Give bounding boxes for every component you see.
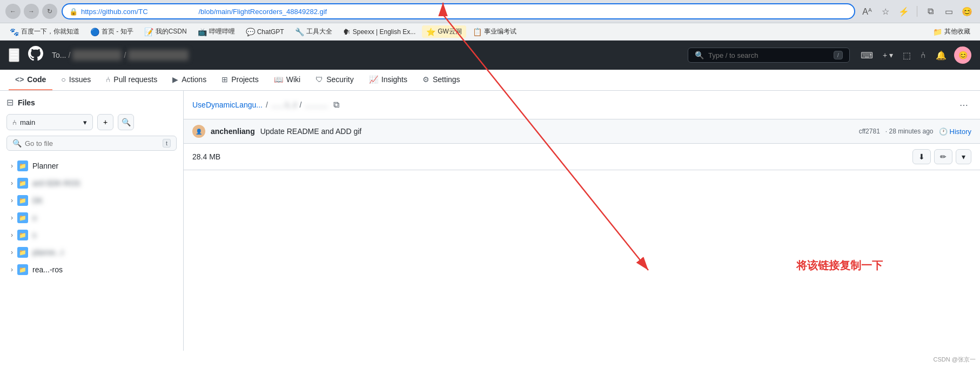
projects-icon: ⊞	[221, 75, 228, 84]
security-icon: 🛡	[316, 75, 323, 84]
hamburger-button[interactable]: ☰	[9, 48, 19, 62]
gwcloud-bookmark[interactable]: ⭐ GW云洞	[422, 25, 466, 38]
chatgpt-label: ChatGPT	[257, 28, 284, 36]
issues-icon: ○	[61, 75, 65, 84]
forward-button[interactable]: →	[24, 4, 39, 19]
zhihu-label: 首页 - 知乎	[102, 27, 133, 36]
profile-button[interactable]: 😊	[959, 4, 975, 19]
nav-security-label: Security	[326, 75, 354, 84]
code-icon: <>	[15, 75, 24, 84]
zhihu-bookmark[interactable]: 🔵 首页 - 知乎	[86, 25, 138, 38]
annotation-text: 将该链接复制一下	[796, 258, 883, 273]
file-name-blurred: s	[32, 231, 172, 239]
chatgpt-bookmark[interactable]: 💬 ChatGPT	[241, 26, 288, 38]
tools-icon: 🔧	[295, 28, 304, 36]
divider	[917, 6, 917, 17]
file-name-blurred: o	[32, 213, 172, 222]
tools-bookmark[interactable]: 🔧 工具大全	[291, 25, 337, 38]
folder-icon: 📁	[17, 230, 28, 240]
sidebar-toggle-button[interactable]: ▭	[941, 4, 956, 19]
more-bookmarks[interactable]: 📁 其他收藏	[929, 25, 975, 38]
refresh-button[interactable]: ↻	[42, 4, 57, 19]
search-files-button[interactable]: 🔍	[118, 114, 134, 130]
github-header: ☰ To... / / 🔍 / ⌨ + ▾ ⬚ ⑃ 🔔 😊	[0, 41, 980, 70]
font-size-button[interactable]: Aᴬ	[860, 4, 875, 19]
url-input[interactable]	[81, 8, 848, 16]
list-item[interactable]: › 📁 ard-SDK-ROS	[6, 175, 177, 192]
nav-insights[interactable]: 📈 Insights	[363, 70, 414, 90]
add-file-button[interactable]: +	[97, 114, 113, 130]
pull-requests-icon: ⑃	[106, 75, 110, 84]
files-icon: ⊟	[6, 97, 14, 108]
file-actions: ⬇ ✏ ▾	[912, 149, 971, 164]
csdn-bookmark[interactable]: 📝 我的CSDN	[140, 25, 191, 38]
exam-bookmark[interactable]: 📋 事业编考试	[468, 25, 521, 38]
terminal-button[interactable]: ⌨	[858, 48, 875, 63]
nav-settings[interactable]: ⚙ Settings	[416, 70, 467, 90]
history-icon: 🕐	[939, 128, 948, 136]
split-button[interactable]: ⧉	[923, 4, 938, 19]
nav-code[interactable]: <> Code	[9, 70, 52, 90]
actions-icon: ▶	[172, 75, 178, 84]
baidu-bookmark[interactable]: 🐾 百度一下，你就知道	[5, 25, 84, 38]
history-label: History	[950, 128, 971, 136]
bilibili-bookmark[interactable]: 📺 哔哩哔哩	[193, 25, 239, 38]
star-button[interactable]: ☆	[878, 4, 893, 19]
goto-file-bar[interactable]: 🔍 t	[6, 136, 177, 151]
inbox-button[interactable]: 🔔	[934, 48, 949, 63]
goto-shortcut: t	[163, 139, 171, 148]
more-options-button[interactable]: ⋯	[956, 97, 971, 112]
file-name-blurred: DK	[32, 196, 172, 205]
goto-file-input[interactable]	[25, 139, 159, 148]
commit-author-name[interactable]: anchenliang	[211, 127, 255, 136]
repo-owner[interactable]: To...	[52, 51, 66, 59]
user-avatar[interactable]: 😊	[954, 46, 971, 64]
speexx-bookmark[interactable]: 🗣 Speexx | English Ex...	[339, 26, 420, 38]
breadcrumb-repo-link[interactable]: UseDynamicLangu...	[192, 101, 263, 109]
commit-author-avatar: 👤	[192, 125, 205, 138]
list-item[interactable]: › 📁 DK	[6, 192, 177, 209]
address-bar[interactable]: 🔒	[62, 3, 855, 19]
nav-pull-requests[interactable]: ⑃ Pull requests	[99, 70, 164, 90]
file-size-label: 28.4 MB	[192, 152, 912, 161]
branch-name: main	[20, 118, 35, 126]
issues-button[interactable]: ⬚	[901, 48, 913, 63]
exam-label: 事业编考试	[484, 27, 516, 36]
download-button[interactable]: ⬇	[912, 149, 931, 164]
list-item[interactable]: › 📁 rea...-ros	[6, 261, 177, 278]
header-icons: ⌨ + ▾ ⬚ ⑃ 🔔 😊	[858, 46, 971, 64]
back-button[interactable]: ←	[5, 4, 21, 19]
nav-insights-label: Insights	[381, 75, 407, 84]
list-item[interactable]: › 📁 planne...t	[6, 244, 177, 261]
extensions-button[interactable]: ⚡	[896, 4, 911, 19]
nav-issues[interactable]: ○ Issues	[55, 70, 97, 90]
bilibili-label: 哔哩哔哩	[209, 27, 235, 36]
search-shortcut: /	[834, 51, 843, 59]
history-button[interactable]: 🕐 History	[939, 128, 971, 136]
edit-button[interactable]: ✏	[934, 149, 952, 164]
search-bar[interactable]: 🔍 /	[688, 48, 850, 63]
search-input[interactable]	[708, 51, 829, 59]
file-name: rea...-ros	[32, 265, 172, 274]
repo-breadcrumb: To... / /	[52, 50, 189, 61]
github-logo[interactable]	[28, 46, 43, 64]
insights-icon: 📈	[369, 75, 378, 84]
copy-path-button[interactable]: ⧉	[333, 100, 339, 110]
nav-security[interactable]: 🛡 Security	[309, 70, 360, 90]
gwcloud-icon: ⭐	[426, 28, 435, 36]
repo-path-blurred	[128, 50, 188, 61]
nav-wiki[interactable]: 📖 Wiki	[267, 70, 307, 90]
commit-hash: cff2781	[859, 128, 880, 135]
pull-requests-button[interactable]: ⑃	[918, 48, 928, 62]
list-item[interactable]: › 📁 Planner	[6, 157, 177, 175]
nav-projects[interactable]: ⊞ Projects	[215, 70, 265, 90]
add-button[interactable]: + ▾	[881, 49, 895, 62]
list-item[interactable]: › 📁 s	[6, 226, 177, 244]
file-content-panel: UseDynamicLangu... / ...... t...t / ....…	[184, 91, 980, 351]
nav-actions[interactable]: ▶ Actions	[166, 70, 213, 90]
nav-projects-label: Projects	[231, 75, 259, 84]
branch-selector[interactable]: ⑃ main ▾	[6, 114, 93, 130]
chatgpt-icon: 💬	[246, 28, 255, 36]
list-item[interactable]: › 📁 o	[6, 209, 177, 226]
more-file-options-button[interactable]: ▾	[956, 149, 971, 164]
